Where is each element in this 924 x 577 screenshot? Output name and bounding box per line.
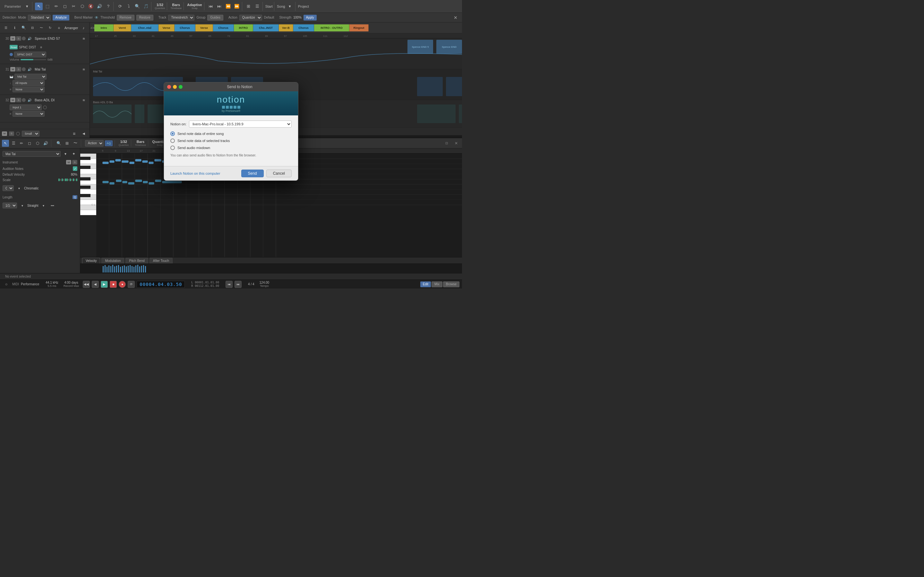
waveform-icon-30[interactable]: ≋ xyxy=(80,35,87,42)
pointer-tool-btn[interactable]: ↖ xyxy=(35,3,43,10)
tab-modulation[interactable]: Modulation xyxy=(102,258,124,263)
split-tool-btn[interactable]: ✂ xyxy=(69,3,78,10)
midi-icon[interactable]: ⊙ xyxy=(3,280,10,288)
mute-btn-32[interactable]: M xyxy=(10,98,15,102)
section-ringout[interactable]: Ringout xyxy=(349,24,368,31)
instrument-select[interactable]: Mai Tai xyxy=(3,151,61,157)
rewind-btn[interactable]: ⏪ xyxy=(224,3,232,10)
section-intro-outro[interactable]: INTRO - OUTRO xyxy=(314,24,349,31)
info-icon[interactable]: ℹ xyxy=(11,24,19,32)
loop-btn[interactable]: ⟳ xyxy=(116,3,124,10)
dropdown-arrow[interactable]: ▾ xyxy=(23,3,31,10)
remove-btn[interactable]: Remove xyxy=(117,15,134,21)
master-solo-btn[interactable]: S xyxy=(9,131,14,136)
search-icon[interactable]: 🔍 xyxy=(20,24,27,32)
scale-dropdown-32[interactable]: None xyxy=(13,111,45,117)
power-btn[interactable] xyxy=(16,132,20,135)
input-dropdown-31[interactable]: All Inputs xyxy=(13,80,45,86)
instrument-s-btn[interactable]: S xyxy=(72,160,78,164)
input-dropdown-32[interactable]: Input 1 xyxy=(10,105,42,110)
fader-track-30[interactable] xyxy=(21,59,46,60)
mute-tool-btn[interactable]: 🔇 xyxy=(87,3,95,10)
section-chorus3[interactable]: Chorus xyxy=(293,24,314,31)
length-dropdown[interactable]: 1/16 xyxy=(3,203,17,208)
section-intro2[interactable]: INTRO xyxy=(234,24,253,31)
instrument-expand-btn[interactable]: ▾ xyxy=(62,150,69,157)
loop-transport-btn[interactable]: ⟳ xyxy=(128,281,135,288)
fast-forward-btn[interactable]: ⏩ xyxy=(233,3,241,10)
pr-select-btn[interactable]: ⬡ xyxy=(34,140,41,147)
next-marker-btn[interactable]: ⏭ xyxy=(216,3,223,10)
pr-detach-btn[interactable]: ⊡ xyxy=(443,139,451,147)
mute-btn-31[interactable]: M xyxy=(10,67,15,71)
next-marker-transport-btn[interactable]: ⏭ xyxy=(234,281,242,288)
radio-audio-mixdown[interactable]: Send audio mixdown xyxy=(170,145,292,150)
pencil-tool-btn[interactable]: ✏ xyxy=(52,3,60,10)
paint-tool-btn[interactable]: ⬡ xyxy=(78,3,86,10)
section-choinst[interactable]: Cho..INST xyxy=(253,24,279,31)
listen-tool-btn[interactable]: 🔊 xyxy=(95,3,103,10)
solo-btn-30[interactable]: S xyxy=(16,36,21,41)
back-transport-btn[interactable]: ◀ xyxy=(92,281,99,288)
song-dropdown-btn[interactable]: ▾ xyxy=(286,3,294,10)
audition-checkbox[interactable]: ✓ xyxy=(73,166,78,171)
help-btn[interactable]: ? xyxy=(104,3,112,10)
radio-selected-tracks[interactable]: Send note data of selected tracks xyxy=(170,139,292,143)
zoom-btn[interactable]: 🔍 xyxy=(134,3,141,10)
notion-host-dropdown[interactable]: livers-Mac-Pro.local - 10.5.199.9 xyxy=(189,121,292,127)
play-transport-btn[interactable]: ▶ xyxy=(101,281,108,288)
input-round-btn-32[interactable] xyxy=(43,105,47,109)
master-mute-btn[interactable]: M xyxy=(2,131,7,136)
metronome-btn[interactable]: 🎵 xyxy=(142,3,150,10)
pr-search-icon[interactable]: 🔍 xyxy=(55,140,62,147)
section-verse2[interactable]: Verse xyxy=(195,24,213,31)
section-verb[interactable]: Ver-B xyxy=(279,24,293,31)
waveform-icon-31[interactable]: ≋ xyxy=(80,65,87,73)
waveform-icon-32[interactable]: ≋ xyxy=(80,96,87,104)
action-select[interactable]: Action xyxy=(85,140,103,147)
section-chorntal[interactable]: Chor..ntal xyxy=(131,24,158,31)
instrument-m-btn[interactable]: M xyxy=(66,160,71,164)
note-icon[interactable]: ♪ xyxy=(80,24,87,32)
scale-dropdown-31[interactable]: None xyxy=(13,87,45,92)
solo-btn-32[interactable]: S xyxy=(16,98,21,102)
maximize-traffic-light[interactable] xyxy=(179,85,183,89)
browse-btn[interactable]: Browse xyxy=(443,282,459,287)
key-arrow-btn[interactable]: ▾ xyxy=(15,184,23,192)
record-transport-btn[interactable]: ● xyxy=(119,281,126,288)
mute-btn-30[interactable]: M xyxy=(10,36,15,41)
pr-pointer-btn[interactable]: ↖ xyxy=(2,140,9,147)
record-btn-31[interactable] xyxy=(22,67,26,71)
send-btn[interactable]: Send xyxy=(241,169,264,177)
edit-btn[interactable]: Edit xyxy=(420,282,431,287)
length-extra-btn[interactable]: ••• xyxy=(48,201,56,210)
close-secondary-btn[interactable]: ✕ xyxy=(452,14,459,21)
loop-icon[interactable]: ↻ xyxy=(47,24,54,32)
restore-btn[interactable]: Restore xyxy=(136,15,153,21)
close-traffic-light[interactable] xyxy=(167,85,171,89)
instrument-dropdown-31[interactable]: Mai Tai xyxy=(15,74,47,79)
instrument-star-btn[interactable]: ✦ xyxy=(70,150,78,157)
section-verse1[interactable]: Verse xyxy=(158,24,174,31)
tab-after-touch[interactable]: After Touch xyxy=(150,258,173,263)
range-tool-btn[interactable]: ⬚ xyxy=(44,3,51,10)
hamburger-icon[interactable]: ☰ xyxy=(3,24,10,32)
section-vernt[interactable]: Vernt xyxy=(113,24,131,31)
scroll-left-btn[interactable]: ◀ xyxy=(80,130,87,137)
launch-notion-link[interactable]: Launch Notion on this computer xyxy=(170,171,220,175)
mode-dropdown[interactable]: Standard xyxy=(28,15,51,21)
pr-fold-btn[interactable]: ⊞ xyxy=(63,140,71,147)
pr-speaker-btn[interactable]: 🔊 xyxy=(42,140,49,147)
read-mode-btn[interactable]: Read xyxy=(10,45,18,49)
punch-btn[interactable]: ⤵ xyxy=(125,3,132,10)
length-arrow-btn[interactable]: ▾ xyxy=(18,201,26,210)
stop-transport-btn[interactable]: ■ xyxy=(110,281,117,288)
eye-icon[interactable]: 👁 xyxy=(95,15,99,20)
fx-menu-icon[interactable]: ≡ xyxy=(37,43,45,51)
track-dropdown[interactable]: Timestretch xyxy=(168,15,194,21)
input-dropdown-30[interactable]: SPNC DIST xyxy=(14,52,46,57)
mix-btn[interactable]: Mix xyxy=(431,282,443,287)
pr-eraser-btn[interactable]: ◻ xyxy=(26,140,33,147)
minimize-traffic-light[interactable] xyxy=(173,85,177,89)
straight-arrow-btn[interactable]: ▾ xyxy=(39,201,47,210)
